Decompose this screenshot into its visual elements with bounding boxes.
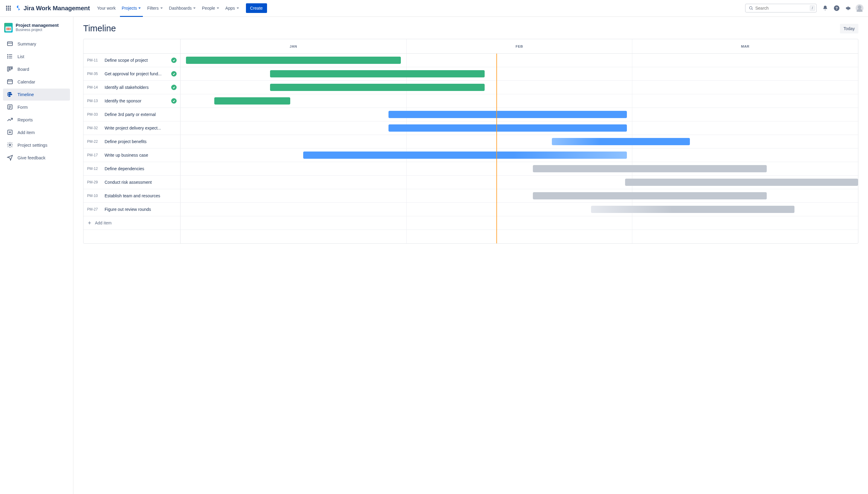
nav-item-apps[interactable]: Apps xyxy=(222,0,242,17)
timeline-row[interactable]: PM-12Define dependencies xyxy=(84,162,858,176)
task-bar[interactable] xyxy=(270,84,485,91)
timeline-row-track[interactable] xyxy=(181,162,858,175)
project-name: Project management xyxy=(16,23,59,28)
help-icon[interactable]: ? xyxy=(832,3,842,13)
create-button[interactable]: Create xyxy=(246,3,267,13)
timeline-row-track[interactable] xyxy=(181,67,858,80)
search-box[interactable]: / xyxy=(745,4,817,13)
timeline-row[interactable]: PM-27Figure out review rounds xyxy=(84,203,858,216)
project-header[interactable]: Project management Business project xyxy=(3,23,70,33)
nav-item-dashboards[interactable]: Dashboards xyxy=(166,0,199,17)
profile-avatar[interactable] xyxy=(855,3,864,13)
timeline-row[interactable]: PM-33Define 3rd party or external xyxy=(84,108,858,121)
search-input[interactable] xyxy=(755,6,810,11)
notifications-icon[interactable] xyxy=(820,3,830,13)
task-bar[interactable] xyxy=(303,152,627,159)
svg-rect-14 xyxy=(12,66,13,69)
timeline-row-track[interactable] xyxy=(181,54,858,67)
timeline-row[interactable]: PM-32Write project delivery expect... xyxy=(84,121,858,135)
sidebar-item-timeline[interactable]: Timeline xyxy=(3,89,70,101)
task-title: Define project benefits xyxy=(105,139,177,144)
nav-item-filters[interactable]: Filters xyxy=(144,0,166,17)
add-item-row[interactable]: Add item xyxy=(84,216,858,230)
timeline-row[interactable]: PM-29Conduct risk assessment xyxy=(84,176,858,189)
timeline-row-track[interactable] xyxy=(181,176,858,189)
product-logo[interactable]: Jira Work Management xyxy=(15,4,90,12)
task-key: PM-14 xyxy=(87,85,102,90)
timeline-row-track[interactable] xyxy=(181,149,858,162)
task-bar[interactable] xyxy=(533,165,767,172)
page-title: Timeline xyxy=(83,23,116,34)
timeline-row-track[interactable] xyxy=(181,108,858,121)
timeline-row-left: PM-14Identify all stakeholders xyxy=(84,81,181,94)
search-shortcut-badge: / xyxy=(810,5,815,11)
search-icon xyxy=(749,6,754,11)
timeline-row-track[interactable] xyxy=(181,81,858,94)
timeline-row-left: PM-11Define scope of project xyxy=(84,54,181,67)
sidebar-item-board[interactable]: Board xyxy=(3,63,70,75)
sidebar-item-add-item[interactable]: Add item xyxy=(3,127,70,138)
task-key: PM-22 xyxy=(87,139,102,144)
sidebar-item-form[interactable]: Form xyxy=(3,101,70,113)
timeline-row-track[interactable] xyxy=(181,135,858,148)
task-bar[interactable] xyxy=(186,57,401,64)
timeline-row[interactable]: PM-10Establish team and resources xyxy=(84,189,858,203)
chevron-down-icon xyxy=(160,6,163,11)
nav-item-your-work[interactable]: Your work xyxy=(94,0,119,17)
timeline-row[interactable]: PM-11Define scope of project xyxy=(84,54,858,67)
svg-point-11 xyxy=(7,58,8,58)
nav-item-projects[interactable]: Projects xyxy=(119,0,144,17)
svg-text:?: ? xyxy=(835,6,838,11)
svg-rect-12 xyxy=(7,66,9,71)
task-bar[interactable] xyxy=(388,111,627,118)
task-key: PM-27 xyxy=(87,207,102,211)
timeline-row-track[interactable] xyxy=(181,94,858,108)
today-button[interactable]: Today xyxy=(840,24,858,34)
settings-icon[interactable] xyxy=(843,3,853,13)
calendar-icon xyxy=(7,78,13,86)
timeline-row[interactable]: PM-22Define project benefits xyxy=(84,135,858,149)
timeline-row[interactable]: PM-17Write up business case xyxy=(84,149,858,162)
task-key: PM-12 xyxy=(87,167,102,171)
timeline-row[interactable]: PM-35Get approval for project fund... xyxy=(84,67,858,81)
svg-point-9 xyxy=(7,54,8,55)
task-key: PM-32 xyxy=(87,126,102,130)
timeline-row-track[interactable] xyxy=(181,189,858,203)
timeline-row[interactable]: PM-14Identify all stakeholders xyxy=(84,81,858,94)
nav-item-label: Your work xyxy=(97,6,116,11)
sidebar-item-summary[interactable]: Summary xyxy=(3,38,70,50)
add-item-left[interactable]: Add item xyxy=(84,216,181,230)
timeline-row-track[interactable] xyxy=(181,121,858,135)
timeline-container: JANFEBMAR PM-11Define scope of projectPM… xyxy=(83,39,858,244)
add-item-label: Add item xyxy=(95,221,112,225)
sidebar-item-calendar[interactable]: Calendar xyxy=(3,76,70,88)
app-switcher-icon[interactable] xyxy=(4,3,13,13)
timeline-row-left: PM-17Write up business case xyxy=(84,149,181,162)
task-bar[interactable] xyxy=(270,70,485,77)
timeline-row[interactable]: PM-13Identify the sponsor xyxy=(84,94,858,108)
task-bar[interactable] xyxy=(214,97,290,104)
sidebar-item-give-feedback[interactable]: Give feedback xyxy=(3,152,70,164)
task-key: PM-33 xyxy=(87,112,102,117)
task-bar[interactable] xyxy=(591,206,794,213)
blank-row xyxy=(84,230,858,243)
task-title: Define dependencies xyxy=(105,166,177,171)
chevron-down-icon xyxy=(138,6,141,11)
timeline-row-left: PM-32Write project delivery expect... xyxy=(84,121,181,135)
task-title: Write up business case xyxy=(105,153,177,157)
task-title: Identify all stakeholders xyxy=(105,85,169,90)
task-bar[interactable] xyxy=(388,125,627,132)
check-icon xyxy=(171,71,177,77)
sidebar-item-project-settings[interactable]: Project settings xyxy=(3,139,70,151)
task-bar[interactable] xyxy=(552,138,690,145)
timeline-row-track[interactable] xyxy=(181,203,858,216)
nav-item-people[interactable]: People xyxy=(199,0,222,17)
nav-item-label: Apps xyxy=(225,6,235,11)
task-bar[interactable] xyxy=(625,178,858,186)
sidebar-item-reports[interactable]: Reports xyxy=(3,114,70,126)
svg-rect-4 xyxy=(7,42,13,45)
task-bar[interactable] xyxy=(533,192,767,200)
sidebar-item-list[interactable]: List xyxy=(3,51,70,63)
sidebar-item-label: Timeline xyxy=(17,92,34,97)
month-header-jan: JAN xyxy=(181,39,407,53)
